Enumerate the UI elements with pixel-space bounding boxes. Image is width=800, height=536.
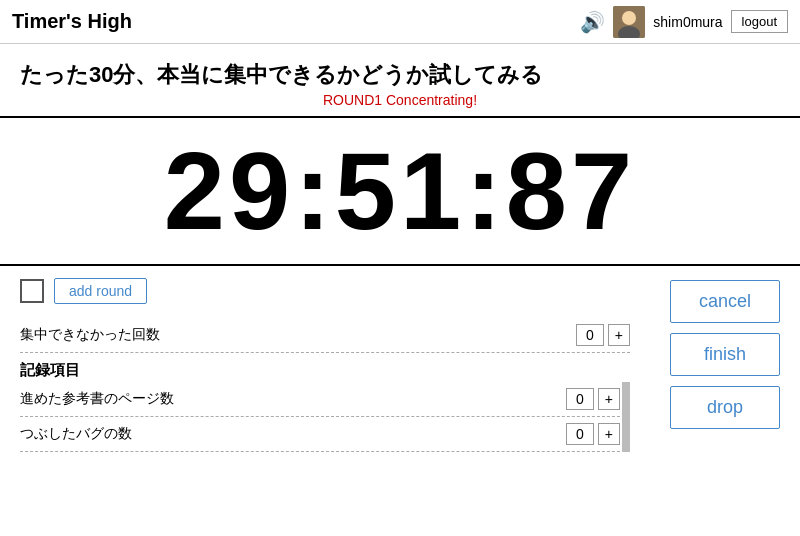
logout-button[interactable]: logout: [731, 10, 788, 33]
record-row-1: つぶしたバグの数 0 +: [20, 417, 620, 452]
round-checkbox[interactable]: [20, 279, 44, 303]
username: shim0mura: [653, 14, 722, 30]
finish-button[interactable]: finish: [670, 333, 780, 376]
records-scroll: 進めた参考書のページ数 0 + つぶしたバグの数 0 +: [20, 382, 630, 452]
main-content: add round 集中できなかった回数 0 + 記録項目 進めた参考書のページ…: [0, 266, 800, 464]
cancel-button[interactable]: cancel: [670, 280, 780, 323]
stat-label-concentration: 集中できなかった回数: [20, 326, 160, 344]
header: Timer's High 🔊 shim0mura logout: [0, 0, 800, 44]
timer-section: 29:51:87: [0, 116, 800, 266]
stat-value-concentration: 0: [576, 324, 604, 346]
right-panel: cancel finish drop: [650, 266, 800, 464]
record-plus-0[interactable]: +: [598, 388, 620, 410]
timer-display: 29:51:87: [0, 136, 800, 246]
record-value-1: 0: [566, 423, 594, 445]
stat-plus-concentration[interactable]: +: [608, 324, 630, 346]
record-row-0: 進めた参考書のページ数 0 +: [20, 382, 620, 417]
add-round-button[interactable]: add round: [54, 278, 147, 304]
record-controls-1: 0 +: [566, 423, 620, 445]
record-plus-1[interactable]: +: [598, 423, 620, 445]
app-title: Timer's High: [12, 10, 132, 33]
drop-button[interactable]: drop: [670, 386, 780, 429]
svg-point-1: [622, 11, 636, 25]
record-value-0: 0: [566, 388, 594, 410]
sound-icon[interactable]: 🔊: [580, 10, 605, 34]
record-label-0: 進めた参考書のページ数: [20, 390, 174, 408]
round-status: ROUND1 Concentrating!: [20, 92, 780, 112]
record-controls-0: 0 +: [566, 388, 620, 410]
avatar: [613, 6, 645, 38]
stat-controls-concentration: 0 +: [576, 324, 630, 346]
add-round-row: add round: [20, 278, 630, 304]
left-panel: add round 集中できなかった回数 0 + 記録項目 進めた参考書のページ…: [0, 266, 650, 464]
header-right: 🔊 shim0mura logout: [580, 6, 788, 38]
task-title: たった30分、本当に集中できるかどうか試してみる: [20, 60, 780, 90]
stat-row-concentration: 集中できなかった回数 0 +: [20, 318, 630, 353]
records-header: 記録項目: [20, 353, 630, 382]
record-label-1: つぶしたバグの数: [20, 425, 132, 443]
task-section: たった30分、本当に集中できるかどうか試してみる ROUND1 Concentr…: [0, 44, 800, 116]
